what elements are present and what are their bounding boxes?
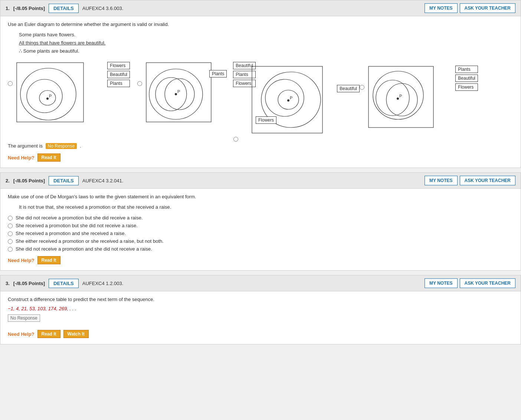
question-2-code: AUFEXC4 3.2.041.: [82, 178, 421, 183]
diagram-d-svg: P: [367, 63, 448, 131]
question-3-my-notes-btn[interactable]: MY NOTES: [425, 278, 457, 288]
question-2-details-btn[interactable]: DETAILS: [49, 176, 79, 185]
q2-label-4: She either received a promotion or she r…: [16, 238, 164, 244]
question-1-my-notes-btn[interactable]: MY NOTES: [425, 3, 457, 13]
question-3-header-actions: MY NOTES ASK YOUR TEACHER: [425, 278, 515, 288]
question-3-text: Construct a difference table to predict …: [8, 297, 513, 302]
question-3-pts: [-/8.05 Points]: [13, 281, 45, 286]
label-flowers-a: Flowers: [107, 62, 130, 69]
svg-point-10: [175, 93, 177, 95]
diagram-b: P Beautiful Plants Flowers: [144, 59, 226, 127]
diagram-b-svg: P: [144, 59, 226, 126]
svg-point-22: [397, 97, 399, 100]
q2-option-2: She received a promotion but she did not…: [8, 223, 513, 228]
diagram-a-svg: P: [15, 59, 100, 126]
svg-rect-0: [17, 63, 83, 122]
q2-radio-3[interactable]: [8, 231, 13, 236]
svg-point-21: [386, 83, 417, 116]
question-3-ask-teacher-btn[interactable]: ASK YOUR TEACHER: [460, 278, 515, 288]
question-3-code: AUFEXC4 1.2.003.: [82, 281, 421, 286]
q2-radio-4[interactable]: [8, 239, 13, 244]
argument-prefix: The argument is: [8, 143, 43, 149]
q1-need-help-label: Need Help?: [8, 155, 35, 161]
question-3-header: 3. [-/8.05 Points] DETAILS AUFEXC4 1.2.0…: [0, 275, 521, 291]
diagram-radio-d[interactable]: [360, 85, 364, 90]
svg-text:P: P: [290, 96, 292, 100]
q1-read-it-btn[interactable]: Read It: [37, 153, 60, 162]
argument-line: The argument is No Response .: [8, 143, 513, 149]
q2-statement: It is not true that, she received a prom…: [19, 203, 513, 211]
diagram-option-d: P Plants Beautiful Flowers: [360, 63, 448, 132]
sequence: −1, 4, 21, 53, 103, 174, 269, . . .: [8, 306, 513, 311]
diagram-a: P Flowers Beautiful Plants: [15, 59, 100, 127]
diagram-option-a: P Flowers Beautiful Plants: [8, 59, 100, 127]
svg-point-9: [165, 79, 194, 110]
question-1-header: 1. [-/8.05 Points] DETAILS AUFEXC4 3.6.0…: [0, 0, 521, 16]
svg-text:P: P: [49, 94, 52, 98]
premise-2: All things that have flowers are beautif…: [19, 39, 513, 47]
svg-point-19: [373, 71, 423, 119]
question-3-number: 3.: [6, 281, 10, 286]
diagram-option-c: Plants P Beautiful Flowers: [233, 63, 330, 138]
q2-need-help-label: Need Help?: [8, 258, 35, 263]
label-plants-a: Plants: [107, 80, 130, 87]
question-3: 3. [-/8.05 Points] DETAILS AUFEXC4 1.2.0…: [0, 275, 521, 344]
q2-given-statement: It is not true that, she received a prom…: [19, 203, 513, 211]
label-beautiful-c: Beautiful: [337, 85, 360, 92]
q3-response-input[interactable]: No Response: [8, 314, 40, 322]
question-2-ask-teacher-btn[interactable]: ASK YOUR TEACHER: [460, 176, 515, 185]
question-2-pts: [-/8.05 Points]: [13, 178, 45, 183]
label-plants-d: Plants: [455, 66, 478, 73]
q2-label-5: She did not receive a promotion and she …: [16, 246, 152, 252]
question-3-body: Construct a difference table to predict …: [0, 291, 521, 344]
q3-need-help-label: Need Help?: [8, 331, 35, 337]
q2-option-4: She either received a promotion or she r…: [8, 238, 513, 244]
svg-text:P: P: [177, 89, 180, 94]
q2-read-it-btn[interactable]: Read It: [37, 256, 60, 264]
q1-need-help-row: Need Help? Read It: [8, 153, 513, 162]
q3-read-it-btn[interactable]: Read It: [37, 330, 60, 338]
q2-option-3: She received a promotion and she receive…: [8, 231, 513, 236]
question-2-my-notes-btn[interactable]: MY NOTES: [425, 176, 457, 185]
question-2: 2. [-/8.05 Points] DETAILS AUFEXC4 3.2.0…: [0, 172, 521, 271]
question-1-code: AUFEXC4 3.6.003.: [82, 6, 421, 11]
question-1-body: Use an Euler diagram to determine whethe…: [0, 16, 521, 168]
diagram-radio-c[interactable]: [233, 137, 238, 142]
question-2-header-actions: MY NOTES ASK YOUR TEACHER: [425, 176, 515, 185]
question-1-ask-teacher-btn[interactable]: ASK YOUR TEACHER: [460, 3, 515, 13]
q2-radio-2[interactable]: [8, 224, 13, 228]
svg-point-20: [376, 80, 409, 116]
q3-watch-it-btn[interactable]: Watch It: [63, 330, 89, 338]
q2-label-2: She received a promotion but she did not…: [16, 223, 138, 228]
question-2-number: 2.: [6, 178, 10, 183]
label-flowers-d: Flowers: [455, 83, 478, 91]
q2-radio-5[interactable]: [8, 247, 13, 252]
q2-label-3: She received a promotion and she receive…: [16, 231, 126, 236]
q2-need-help-row: Need Help? Read It: [8, 256, 513, 264]
svg-point-2: [27, 79, 62, 113]
question-1-pts: [-/8.05 Points]: [13, 6, 45, 11]
diagram-radio-b[interactable]: [137, 81, 142, 86]
q2-option-1: She did not receive a promotion but she …: [8, 215, 513, 221]
question-2-body: Make use of one of De Morgan's laws to w…: [0, 189, 521, 270]
svg-point-4: [46, 97, 49, 100]
question-2-text: Make use of one of De Morgan's laws to w…: [8, 194, 513, 199]
diagrams-area: P Flowers Beautiful Plants: [8, 59, 513, 138]
premise-1: Some plants have flowers.: [19, 31, 513, 39]
argument-response-badge: No Response: [46, 143, 77, 149]
diagram-radio-a[interactable]: [8, 81, 13, 86]
q2-option-5: She did not receive a promotion and she …: [8, 246, 513, 252]
question-1-text: Use an Euler diagram to determine whethe…: [8, 22, 513, 27]
premise-block: Some plants have flowers. All things tha…: [19, 31, 513, 55]
svg-text:P: P: [399, 94, 402, 98]
question-1-details-btn[interactable]: DETAILS: [49, 4, 79, 13]
svg-point-8: [155, 77, 187, 111]
label-plants-c: Plants: [209, 70, 227, 77]
diagram-d: P Plants Beautiful Flowers: [367, 63, 448, 132]
question-2-header: 2. [-/8.05 Points] DETAILS AUFEXC4 3.2.0…: [0, 173, 521, 189]
question-3-details-btn[interactable]: DETAILS: [49, 279, 79, 288]
q2-options: She did not receive a promotion but she …: [8, 215, 513, 252]
q2-radio-1[interactable]: [8, 216, 13, 221]
label-flowers-c: Flowers: [256, 116, 276, 124]
svg-point-14: [265, 79, 304, 116]
